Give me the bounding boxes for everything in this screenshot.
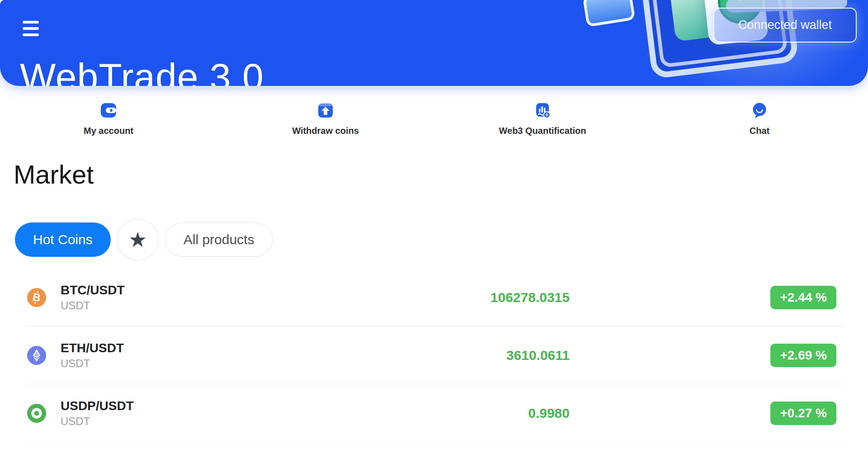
- quick-action-chat[interactable]: Chat: [651, 86, 868, 136]
- quick-actions-bar: My account Withdraw coins: [0, 86, 868, 136]
- check-mark: [738, 0, 743, 1]
- hamburger-menu-icon[interactable]: [23, 21, 39, 36]
- quick-action-label: My account: [84, 126, 133, 136]
- app-header: Connected wallet WebTrade 3.0: [0, 0, 868, 86]
- filter-all-products[interactable]: All products: [165, 222, 273, 257]
- market-row-btc-usdt[interactable]: B BTC/USDT USDT 106278.0315 +2.44 %: [25, 269, 843, 326]
- last-price: 3610.0611: [25, 348, 570, 363]
- change-badge: +0.27 %: [770, 402, 836, 425]
- market-list: B BTC/USDT USDT 106278.0315 +2.44 %: [25, 269, 843, 442]
- wallet-icon: [99, 101, 118, 119]
- last-price: 0.9980: [25, 406, 570, 421]
- filter-hot-coins[interactable]: Hot Coins: [15, 222, 111, 257]
- app-title: WebTrade 3.0: [20, 55, 264, 86]
- svg-text:$: $: [546, 113, 548, 117]
- quick-action-my-account[interactable]: My account: [0, 86, 217, 136]
- market-filters: Hot Coins ★ All products: [15, 219, 273, 260]
- change-badge: +2.69 %: [770, 344, 836, 367]
- withdraw-arrow-icon: [316, 101, 335, 119]
- chat-bubble-icon: [750, 101, 769, 119]
- illustration-cube: [582, 0, 635, 27]
- connected-wallet-button[interactable]: Connected wallet: [713, 8, 857, 43]
- app-page: Connected wallet WebTrade 3.0 My account: [0, 0, 868, 449]
- chart-coin-icon: $: [533, 101, 552, 119]
- quick-action-withdraw-coins[interactable]: Withdraw coins: [217, 86, 434, 136]
- quick-action-label: Withdraw coins: [292, 126, 359, 136]
- page-title: Market: [14, 159, 94, 189]
- market-row-eth-usdt[interactable]: ETH/USDT USDT 3610.0611 +2.69 %: [25, 326, 843, 384]
- quick-action-label: Chat: [750, 126, 769, 136]
- quick-action-label: Web3 Quantification: [499, 126, 586, 136]
- change-badge: +2.44 %: [770, 286, 836, 309]
- market-row-usdp-usdt[interactable]: USDP/USDT USDT 0.9980 +0.27 %: [25, 384, 843, 442]
- last-price: 106278.0315: [25, 290, 570, 305]
- favorites-button[interactable]: ★: [117, 219, 159, 260]
- quick-action-web3-quantification[interactable]: $ Web3 Quantification: [434, 86, 651, 136]
- star-icon: ★: [128, 229, 147, 250]
